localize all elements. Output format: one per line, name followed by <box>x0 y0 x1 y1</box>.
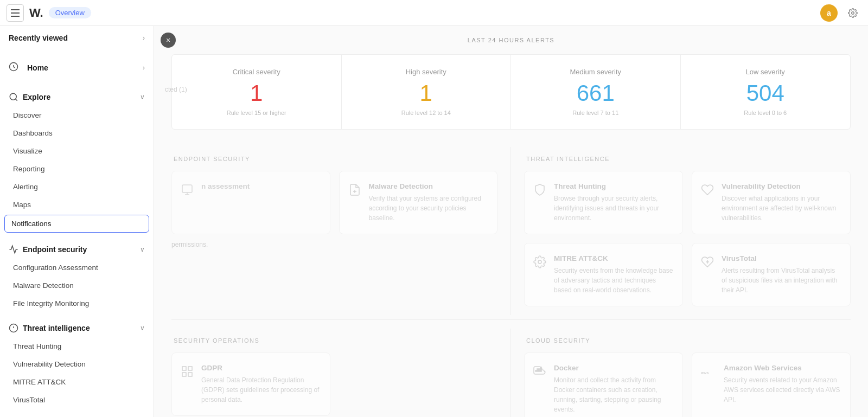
sidebar-item-threat-hunting[interactable]: Threat Hunting <box>0 337 154 355</box>
high-severity-count: 1 <box>350 80 502 106</box>
malware-detection-icon <box>348 183 361 200</box>
alerts-section: LAST 24 HOURS ALERTS Critical severity 1… <box>154 26 868 138</box>
endpoint-security-section: ENDPOINT SECURITY n assessment <box>171 147 511 315</box>
endpoint-security-icon <box>9 245 18 254</box>
sidebar-item-mitre-attck[interactable]: MITRE ATT&CK <box>0 373 154 391</box>
gdpr-icon <box>181 365 194 381</box>
hamburger-button[interactable] <box>7 4 24 22</box>
critical-severity-count: 1 <box>181 80 333 106</box>
high-severity-label: High severity <box>350 68 502 76</box>
alerts-section-title: LAST 24 HOURS ALERTS <box>171 37 851 43</box>
endpoint-security-section-title: ENDPOINT SECURITY <box>171 156 497 162</box>
threat-intelligence-section-title: THREAT INTELLIGENCE <box>524 156 851 162</box>
virustotal-card[interactable]: VirusTotal Alerts resulting from VirusTo… <box>692 243 851 306</box>
gdpr-card[interactable]: GDPR General Data Protection Regulation … <box>171 352 330 416</box>
explore-icon <box>9 92 18 102</box>
topbar-right: a <box>820 4 861 22</box>
endpoint-partial-card[interactable]: n assessment <box>171 171 330 234</box>
cloud-security-section: CLOUD SECURITY Docker Monitor and collec… <box>511 329 851 417</box>
medium-severity-count: 661 <box>520 80 672 106</box>
close-button[interactable]: × <box>161 33 176 48</box>
alerts-grid: Critical severity 1 Rule level 15 or hig… <box>171 54 851 130</box>
explore-header[interactable]: Explore ∨ <box>0 86 154 106</box>
aws-card[interactable]: aws Amazon Web Services Security events … <box>692 352 851 417</box>
vulnerability-detection-icon <box>701 183 714 200</box>
medium-severity-label: Medium severity <box>520 68 672 76</box>
vulnerability-detection-card[interactable]: Vulnerability Detection Discover what ap… <box>692 171 851 234</box>
topbar: W. Overview a <box>0 0 868 26</box>
svg-point-2 <box>10 93 16 100</box>
sidebar-item-maps[interactable]: Maps <box>0 196 154 214</box>
logo[interactable]: W. <box>29 6 43 20</box>
threat-intelligence-section: THREAT INTELLIGENCE Threat Hunting Brows… <box>511 147 851 315</box>
sidebar-item-virustotal[interactable]: VirusTotal <box>0 391 154 409</box>
mitre-attck-name: MITRE ATT&CK <box>554 254 674 262</box>
low-severity-label: Low severity <box>690 68 842 76</box>
overview-tab-badge[interactable]: Overview <box>49 7 91 18</box>
security-operations-section-title: SECURITY OPERATIONS <box>171 337 497 344</box>
sidebar: Recently viewed › Home › Ex <box>0 26 154 417</box>
gdpr-name: GDPR <box>201 364 321 372</box>
sidebar-item-file-integrity-monitoring[interactable]: File Integrity Monitoring <box>0 294 154 312</box>
sidebar-item-visualize[interactable]: Visualize <box>0 142 154 160</box>
aws-icon: aws <box>701 365 716 380</box>
mitre-attck-card[interactable]: MITRE ATT&CK Security events from the kn… <box>524 243 683 306</box>
low-severity-count: 504 <box>690 80 842 106</box>
recently-viewed-header[interactable]: Recently viewed › <box>0 26 154 50</box>
malware-detection-card[interactable]: Malware Detection Verify that your syste… <box>339 171 498 234</box>
threat-intelligence-chevron: ∨ <box>140 324 145 332</box>
explore-chevron: ∨ <box>140 93 145 101</box>
critical-severity-label: Critical severity <box>181 68 333 76</box>
svg-text:aws: aws <box>701 370 709 375</box>
critical-severity-card: Critical severity 1 Rule level 15 or hig… <box>172 55 342 129</box>
threat-intelligence-header[interactable]: Threat intelligence ∨ <box>0 317 154 337</box>
avatar-button[interactable]: a <box>820 4 838 22</box>
explore-label: Explore <box>23 93 50 101</box>
security-operations-header[interactable]: Security operations ∨ <box>0 413 154 417</box>
partial-text-1: cted (1) <box>165 86 187 93</box>
virustotal-desc: Alerts resulting from VirusTotal analysi… <box>722 266 841 295</box>
threat-intelligence-label: Threat intelligence <box>23 324 90 332</box>
modules-container: ENDPOINT SECURITY n assessment <box>154 138 868 417</box>
sidebar-item-dashboards[interactable]: Dashboards <box>0 124 154 142</box>
threat-intelligence-icon <box>9 323 18 333</box>
modules-row-1: ENDPOINT SECURITY n assessment <box>171 147 851 315</box>
docker-name: Docker <box>554 364 674 372</box>
high-severity-desc: Rule level 12 to 14 <box>350 110 502 116</box>
sidebar-item-vulnerability-detection[interactable]: Vulnerability Detection <box>0 355 154 373</box>
svg-rect-4 <box>182 185 192 193</box>
svg-point-7 <box>538 260 541 264</box>
home-header[interactable]: Home › <box>0 54 154 81</box>
sidebar-item-alerting[interactable]: Alerting <box>0 178 154 196</box>
svg-point-0 <box>852 11 854 14</box>
sidebar-item-malware-detection[interactable]: Malware Detection <box>0 277 154 294</box>
medium-severity-card: Medium severity 661 Rule level 7 to 11 <box>511 55 681 129</box>
virustotal-icon <box>701 255 714 272</box>
permissions-partial-text: permissions. <box>171 241 497 248</box>
docker-desc: Monitor and collect the activity from Do… <box>554 375 674 414</box>
aws-desc: Security events related to your Amazon A… <box>724 375 841 405</box>
topbar-left: W. Overview <box>7 4 91 22</box>
main-layout: Recently viewed › Home › Ex <box>0 26 868 417</box>
medium-severity-desc: Rule level 7 to 11 <box>520 110 672 116</box>
docker-card[interactable]: Docker Monitor and collect the activity … <box>524 352 683 417</box>
endpoint-security-header[interactable]: Endpoint security ∨ <box>0 238 154 259</box>
svg-rect-10 <box>182 373 186 376</box>
cloud-security-section-title: CLOUD SECURITY <box>524 337 851 344</box>
sidebar-item-reporting[interactable]: Reporting <box>0 160 154 178</box>
sidebar-item-configuration-assessment[interactable]: Configuration Assessment <box>0 259 154 277</box>
sidebar-item-notifications[interactable]: Notifications <box>4 215 149 233</box>
aws-name: Amazon Web Services <box>724 364 841 372</box>
docker-icon <box>533 365 546 381</box>
gdpr-desc: General Data Protection Regulation (GDPR… <box>201 375 321 405</box>
threat-hunting-card[interactable]: Threat Hunting Browse through your secur… <box>524 171 683 234</box>
threat-hunting-name: Threat Hunting <box>554 182 674 190</box>
threat-hunting-desc: Browse through your security alerts, ide… <box>554 194 674 223</box>
sidebar-item-discover[interactable]: Discover <box>0 106 154 124</box>
low-severity-desc: Rule level 0 to 6 <box>690 110 842 116</box>
endpoint-security-chevron: ∨ <box>140 246 145 253</box>
content-area: × cted (1) LAST 24 HOURS ALERTS Critical… <box>154 26 868 417</box>
virustotal-name: VirusTotal <box>722 254 841 262</box>
settings-button[interactable] <box>844 4 861 22</box>
modules-row-2: SECURITY OPERATIONS GDPR General Data Pr… <box>171 329 851 417</box>
